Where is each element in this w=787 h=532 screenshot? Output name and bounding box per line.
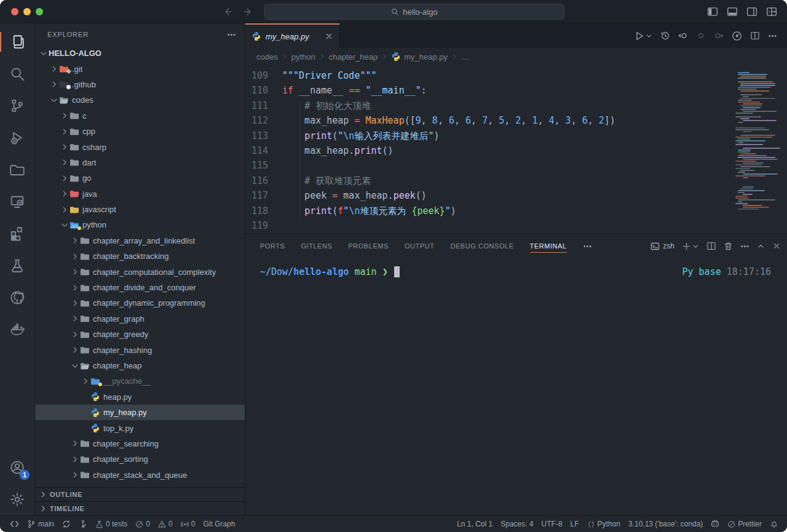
tree-item-cpp[interactable]: cpp: [35, 124, 245, 139]
run-button-group[interactable]: [634, 31, 652, 41]
customize-layout-icon[interactable]: [766, 6, 777, 17]
status-item-0[interactable]: 0: [181, 520, 196, 528]
status-item-python[interactable]: Python: [587, 520, 620, 528]
tree-item-top-k-py[interactable]: top_k.py: [35, 420, 245, 435]
tree-item-codes[interactable]: codes: [35, 92, 245, 108]
status-item-bell-icon[interactable]: [770, 520, 778, 528]
status-item-0[interactable]: 0: [158, 520, 173, 528]
status-item-spaces-4[interactable]: Spaces: 4: [500, 520, 533, 528]
status-item-0-tests[interactable]: 0 tests: [95, 520, 127, 528]
tree-item-chapter-stack-and-queue[interactable]: chapter_stack_and_queue: [35, 467, 245, 483]
tree-item-hello-algo[interactable]: HELLO-ALGO: [35, 46, 245, 61]
activity-folder-icon[interactable]: [0, 154, 34, 186]
tree-item-chapter-backtracking[interactable]: chapter_backtracking: [35, 248, 245, 264]
tree-item-chapter-searching[interactable]: chapter_searching: [35, 436, 245, 451]
status-item-gitlens-icon[interactable]: [79, 520, 87, 528]
activity-settings-gear-icon[interactable]: [0, 483, 34, 515]
panel-tab-output[interactable]: OUTPUT: [405, 234, 435, 258]
breadcrumb-item[interactable]: chapter_heap: [329, 52, 378, 62]
status-item-git-graph[interactable]: Git Graph: [203, 520, 235, 528]
tree-item-csharp[interactable]: csharp: [35, 139, 245, 154]
more-icon[interactable]: [583, 242, 592, 251]
tree-item--pycache-[interactable]: __pycache__: [35, 373, 245, 389]
tree-item-chapter-greedy[interactable]: chapter_greedy: [35, 327, 245, 342]
breadcrumb-item[interactable]: python: [291, 52, 315, 62]
panel-tab-ports[interactable]: PORTS: [260, 234, 285, 258]
tab-my-heap[interactable]: my_heap.py: [245, 23, 340, 48]
tree-item-go[interactable]: go: [35, 170, 245, 186]
panel-tab-problems[interactable]: PROBLEMS: [348, 234, 389, 258]
activity-docker-icon[interactable]: [0, 314, 34, 346]
sidebar-section-timeline[interactable]: TIMELINE: [35, 501, 245, 515]
tree-item-dart[interactable]: dart: [35, 155, 245, 170]
status-item-prettier[interactable]: Prettier: [727, 520, 762, 528]
status-item-3-10-13-base-conda-[interactable]: 3.10.13 ('base': conda): [628, 520, 703, 528]
status-item-copilot-icon[interactable]: [711, 520, 719, 528]
status-item-main[interactable]: main: [27, 520, 54, 528]
more-icon[interactable]: [227, 30, 236, 39]
forward-icon[interactable]: [243, 7, 253, 17]
tree-item-java[interactable]: java: [35, 186, 245, 202]
status-item-ln-1-col-1[interactable]: Ln 1, Col 1: [457, 520, 492, 528]
tree-item--github[interactable]: .github: [35, 77, 245, 92]
status-item-remote-icon[interactable]: [10, 520, 19, 529]
tree-item-chapter-hashing[interactable]: chapter_hashing: [35, 342, 245, 357]
tree-item--git[interactable]: .git: [35, 61, 245, 76]
prev-change-icon[interactable]: [678, 31, 688, 41]
status-item-sync-icon[interactable]: [62, 520, 71, 528]
activity-extensions-icon[interactable]: [0, 218, 34, 250]
activity-remote-explorer-icon[interactable]: [0, 186, 34, 218]
status-item-lf[interactable]: LF: [571, 520, 579, 528]
tree-item-heap-py[interactable]: heap.py: [35, 389, 245, 405]
tree-item-chapter-graph[interactable]: chapter_graph: [35, 311, 245, 327]
close-panel-button[interactable]: [772, 242, 781, 250]
toggle-secondary-sidebar-icon[interactable]: [746, 6, 757, 17]
maximize-window-button[interactable]: [36, 8, 43, 15]
tree-item-chapter-divide-and-conquer[interactable]: chapter_divide_and_conquer: [35, 280, 245, 295]
activity-account-icon[interactable]: 1: [0, 451, 34, 483]
minimize-window-button[interactable]: [23, 8, 31, 15]
close-icon[interactable]: [325, 32, 333, 41]
minimap[interactable]: [735, 70, 782, 210]
status-item-0[interactable]: 0: [135, 520, 150, 528]
sidebar-section-outline[interactable]: OUTLINE: [35, 487, 245, 501]
activity-files-icon[interactable]: [0, 26, 34, 58]
toggle-panel-icon[interactable]: [727, 6, 738, 17]
activity-search-icon[interactable]: [0, 58, 34, 90]
tree-item-chapter-dynamic-programming[interactable]: chapter_dynamic_programming: [35, 295, 245, 311]
tree-item-javascript[interactable]: JSjavascript: [35, 202, 245, 217]
tree-item-chapter-sorting[interactable]: chapter_sorting: [35, 451, 245, 467]
activity-source-control-icon[interactable]: [0, 90, 34, 122]
terminal-instance[interactable]: zsh: [651, 242, 674, 251]
kill-terminal-button[interactable]: [724, 242, 733, 251]
panel-tab-terminal[interactable]: TERMINAL: [530, 234, 567, 258]
history-icon[interactable]: [660, 31, 670, 41]
more-icon[interactable]: [768, 31, 777, 41]
breadcrumb-item[interactable]: my_heap.py: [391, 52, 448, 62]
tree-item-chapter-computational-complexity[interactable]: chapter_computational_complexity: [35, 264, 245, 279]
command-center-search[interactable]: hello-algo: [264, 4, 564, 20]
more-icon[interactable]: [740, 242, 749, 251]
status-item-utf-8[interactable]: UTF-8: [542, 520, 563, 528]
code-editor[interactable]: 109"""Driver Code"""110if __name__ == "_…: [245, 65, 787, 234]
breadcrumb-item[interactable]: codes: [256, 52, 278, 62]
tree-item-chapter-array-and-linkedlist[interactable]: chapter_array_and_linkedlist: [35, 233, 245, 248]
panel-tab-gitlens[interactable]: GITLENS: [301, 234, 332, 258]
back-icon[interactable]: [223, 7, 232, 17]
close-window-button[interactable]: [11, 8, 18, 15]
maximize-panel-button[interactable]: [757, 242, 765, 250]
split-editor-icon[interactable]: [750, 31, 760, 41]
activity-beaker-icon[interactable]: [0, 250, 34, 282]
tree-item-python[interactable]: python: [35, 217, 245, 232]
tree-item-my-heap-py[interactable]: my_heap.py: [35, 405, 245, 420]
change-icon[interactable]: [696, 31, 706, 41]
activity-debug-icon[interactable]: [0, 122, 34, 154]
new-terminal-button[interactable]: [682, 242, 699, 251]
next-change-icon[interactable]: [714, 31, 724, 41]
tree-item-chapter-heap[interactable]: chapter_heap: [35, 358, 245, 373]
terminal[interactable]: ~/Dow/hello-algo main ❯ Py base 18:17:16: [245, 258, 787, 515]
tree-item-c[interactable]: c: [35, 108, 245, 124]
panel-tab-debug-console[interactable]: DEBUG CONSOLE: [450, 234, 513, 258]
breadcrumb-item[interactable]: …: [461, 52, 469, 62]
annotations-icon[interactable]: [732, 31, 742, 41]
